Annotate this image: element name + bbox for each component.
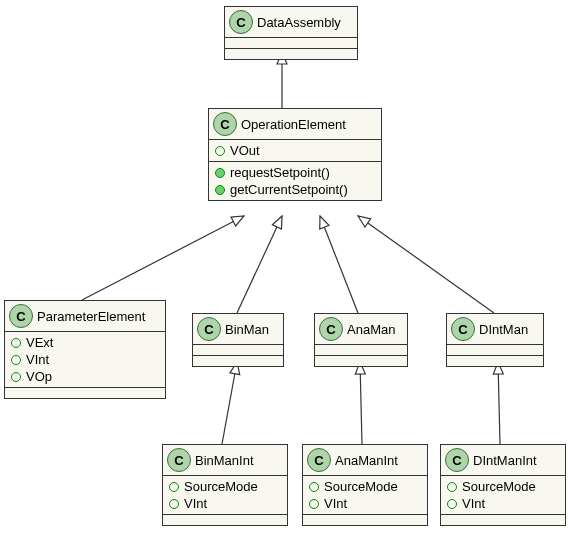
method-label: requestSetpoint(): [230, 165, 330, 180]
class-stereotype-icon: C: [319, 317, 343, 341]
attribute-label: VInt: [324, 496, 347, 511]
class-operation-element: C OperationElement VOut requestSetpoint(…: [208, 108, 382, 201]
class-bin-man: C BinMan: [192, 313, 284, 367]
visibility-icon: [11, 372, 21, 382]
visibility-icon: [11, 355, 21, 365]
attribute-label: VInt: [462, 496, 485, 511]
class-stereotype-icon: C: [9, 304, 33, 328]
attribute-row: SourceMode: [163, 478, 287, 495]
svg-line-7: [498, 362, 500, 444]
visibility-icon: [11, 338, 21, 348]
attribute-row: VOut: [209, 142, 381, 159]
class-stereotype-icon: C: [451, 317, 475, 341]
class-ana-man: C AnaMan: [314, 313, 408, 367]
visibility-icon: [169, 482, 179, 492]
visibility-icon: [447, 482, 457, 492]
class-name-label: ParameterElement: [37, 309, 145, 324]
class-name-label: AnaManInt: [335, 453, 398, 468]
visibility-icon: [215, 146, 225, 156]
class-stereotype-icon: C: [445, 448, 469, 472]
visibility-icon: [169, 499, 179, 509]
svg-line-4: [358, 216, 494, 313]
attribute-row: VExt: [5, 334, 165, 351]
attribute-label: SourceMode: [184, 479, 258, 494]
svg-line-3: [320, 216, 358, 313]
attribute-label: VInt: [184, 496, 207, 511]
visibility-icon: [309, 482, 319, 492]
attribute-row: SourceMode: [441, 478, 565, 495]
class-name-label: DIntManInt: [473, 453, 537, 468]
attribute-row: SourceMode: [303, 478, 427, 495]
class-name-label: BinMan: [225, 322, 269, 337]
class-name-label: BinManInt: [195, 453, 254, 468]
class-dint-man: C DIntMan: [446, 313, 544, 367]
method-label: getCurrentSetpoint(): [230, 182, 348, 197]
class-stereotype-icon: C: [213, 112, 237, 136]
visibility-icon: [447, 499, 457, 509]
class-name-label: OperationElement: [241, 117, 346, 132]
class-stereotype-icon: C: [197, 317, 221, 341]
class-stereotype-icon: C: [229, 10, 253, 34]
svg-line-1: [82, 216, 244, 300]
svg-line-2: [237, 216, 282, 313]
class-stereotype-icon: C: [167, 448, 191, 472]
class-bin-man-int: C BinManInt SourceMode VInt: [162, 444, 288, 526]
attribute-row: VOp: [5, 368, 165, 385]
svg-line-6: [360, 362, 362, 444]
method-row: getCurrentSetpoint(): [209, 181, 381, 198]
class-name-label: DIntMan: [479, 322, 528, 337]
class-name-label: DataAssembly: [257, 15, 341, 30]
attribute-row: VInt: [163, 495, 287, 512]
class-dint-man-int: C DIntManInt SourceMode VInt: [440, 444, 566, 526]
class-name-label: AnaMan: [347, 322, 395, 337]
class-stereotype-icon: C: [307, 448, 331, 472]
attribute-label: VOut: [230, 143, 260, 158]
class-parameter-element: C ParameterElement VExt VInt VOp: [4, 300, 166, 399]
attribute-label: VExt: [26, 335, 53, 350]
visibility-icon: [215, 185, 225, 195]
method-row: requestSetpoint(): [209, 164, 381, 181]
attribute-row: VInt: [303, 495, 427, 512]
attribute-label: VOp: [26, 369, 52, 384]
svg-line-5: [222, 362, 237, 444]
class-data-assembly: C DataAssembly: [224, 6, 358, 60]
attribute-label: VInt: [26, 352, 49, 367]
attribute-row: VInt: [5, 351, 165, 368]
attribute-row: VInt: [441, 495, 565, 512]
visibility-icon: [215, 168, 225, 178]
attribute-label: SourceMode: [324, 479, 398, 494]
attribute-label: SourceMode: [462, 479, 536, 494]
class-ana-man-int: C AnaManInt SourceMode VInt: [302, 444, 428, 526]
visibility-icon: [309, 499, 319, 509]
